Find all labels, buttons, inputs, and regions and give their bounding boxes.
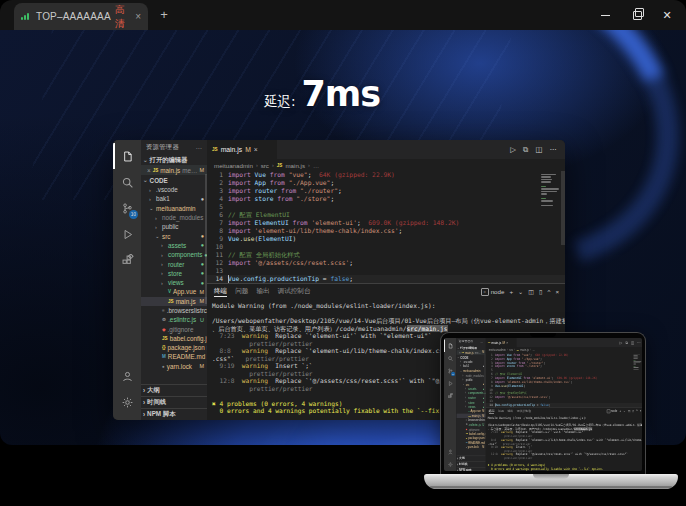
- terminal-dropdown-icon[interactable]: ⌄: [623, 409, 625, 412]
- tab-output[interactable]: 输出: [507, 409, 513, 413]
- vue-file-icon: V: [168, 289, 171, 294]
- more-actions-icon[interactable]: ⋯: [637, 340, 640, 344]
- account-icon[interactable]: [444, 445, 456, 458]
- code-line: 8import 'element-ui/lib/theme-chalk/inde…: [207, 227, 565, 235]
- tab-debug-console[interactable]: 调试控制台: [517, 409, 532, 413]
- extensions-icon[interactable]: [444, 390, 456, 403]
- kill-terminal-icon[interactable]: ▯: [633, 409, 635, 412]
- close-editor-icon[interactable]: ×: [147, 167, 151, 174]
- code-editor[interactable]: 1import Vue from "vue"; 64K (gzipped: 22…: [486, 353, 642, 407]
- search-icon[interactable]: [113, 169, 141, 195]
- settings-gear-icon[interactable]: [113, 389, 141, 415]
- maximize-panel-icon[interactable]: ^: [636, 409, 637, 412]
- run-debug-icon[interactable]: [444, 377, 456, 390]
- minimap[interactable]: [541, 174, 559, 206]
- tree-item[interactable]: JSmain.jsM: [141, 297, 207, 306]
- terminal-dropdown-icon[interactable]: ⌄: [518, 288, 523, 295]
- explorer-icon[interactable]: [444, 339, 456, 352]
- split-editor-icon[interactable]: ◫: [535, 145, 542, 154]
- open-editor-item[interactable]: × JS main.js me… M: [141, 165, 207, 175]
- new-terminal-icon[interactable]: +: [619, 409, 621, 412]
- tab-terminal[interactable]: 终端: [489, 409, 495, 414]
- tree-item[interactable]: ⌄meituanadmin: [141, 204, 207, 213]
- close-editor-icon[interactable]: ×: [459, 351, 461, 354]
- tree-item[interactable]: {}package.jsonM: [141, 343, 207, 352]
- tree-item[interactable]: ⚙.eslintrc.jsU: [141, 315, 207, 324]
- close-tab-icon[interactable]: ×: [506, 341, 508, 344]
- split-terminal-icon[interactable]: ◫: [628, 409, 631, 412]
- run-file-icon[interactable]: ▷: [510, 145, 516, 154]
- npm-scripts-section[interactable]: ›NPM 脚本: [456, 467, 485, 471]
- tree-item[interactable]: ›node_modules: [141, 213, 207, 222]
- split-terminal-icon[interactable]: ◫: [528, 288, 534, 295]
- source-control-icon[interactable]: 10: [444, 365, 456, 378]
- close-tab-icon[interactable]: ×: [254, 146, 258, 153]
- js-file-icon: JS: [468, 414, 470, 416]
- tree-item[interactable]: VApp.vueM: [141, 287, 207, 296]
- tree-item[interactable]: ›public: [141, 222, 207, 231]
- account-icon[interactable]: [113, 363, 141, 389]
- tree-item[interactable]: ›.vscode: [141, 185, 207, 194]
- lock-file-icon: ●: [466, 446, 467, 448]
- run-file-icon[interactable]: ▷: [620, 340, 623, 344]
- search-icon[interactable]: [444, 352, 456, 365]
- editor-scrollbar[interactable]: [561, 171, 565, 245]
- tree-item[interactable]: ›assets●: [141, 241, 207, 250]
- source-control-icon[interactable]: 10: [113, 195, 141, 221]
- maximize-button[interactable]: [620, 0, 654, 30]
- maximize-panel-icon[interactable]: ^: [547, 288, 550, 295]
- run-debug-icon[interactable]: [113, 221, 141, 247]
- tab-debug-console[interactable]: 调试控制台: [278, 287, 311, 296]
- tree-item[interactable]: JSbabel.config.jsM: [141, 334, 207, 343]
- split-editor-icon[interactable]: ◫: [631, 340, 634, 344]
- settings-gear-icon[interactable]: [444, 458, 456, 471]
- editor-tab-mainjs[interactable]: JS main.js M ×: [486, 338, 517, 347]
- code-editor[interactable]: 1import Vue from "vue"; 64K (gzipped: 22…: [207, 171, 565, 283]
- tree-item[interactable]: ⌄src●: [141, 231, 207, 240]
- run-code-icon[interactable]: ⧉: [523, 145, 528, 155]
- tree-item[interactable]: MREADME.mdM: [141, 352, 207, 361]
- minimap[interactable]: [633, 354, 641, 370]
- tree-item[interactable]: ●yarn.lockM: [456, 445, 485, 449]
- extensions-icon[interactable]: [113, 247, 141, 273]
- close-panel-icon[interactable]: ×: [640, 409, 642, 412]
- activity-bar: 10: [444, 338, 456, 471]
- tree-item[interactable]: ›views●: [141, 278, 207, 287]
- hd-quality-badge[interactable]: 高清: [115, 3, 128, 31]
- tree-item[interactable]: ›store●: [141, 269, 207, 278]
- tab-problems[interactable]: 问题: [498, 409, 504, 413]
- tree-item[interactable]: ›bak1●: [141, 194, 207, 203]
- breadcrumb[interactable]: meituanadmin› src› JS main.js› …: [207, 159, 565, 171]
- tree-item[interactable]: ≡.browserslistrc: [141, 306, 207, 315]
- tab-terminal[interactable]: 终端: [214, 287, 227, 297]
- kill-terminal-icon[interactable]: ▯: [539, 288, 542, 295]
- sidebar-more-icon[interactable]: ⋯: [195, 144, 202, 151]
- shell-selector[interactable]: ⌗ node: [607, 409, 618, 413]
- terminal-output[interactable]: Module Warning (from ./node_modules/esli…: [486, 415, 642, 471]
- close-button[interactable]: ✕: [650, 0, 684, 30]
- new-terminal-icon[interactable]: +: [509, 288, 513, 295]
- tree-item[interactable]: ●yarn.lockM: [141, 362, 207, 371]
- workspace-header[interactable]: ⌄CODE: [141, 175, 207, 185]
- session-tab[interactable]: TOP–AAAAAAA 高清 ×: [14, 3, 148, 30]
- editor-tab-mainjs[interactable]: JS main.js M ×: [207, 140, 277, 159]
- tree-item[interactable]: ◆.gitignore: [141, 324, 207, 333]
- run-code-icon[interactable]: ⧉: [625, 340, 627, 345]
- tab-close-icon[interactable]: ×: [135, 11, 141, 22]
- tree-item[interactable]: ›components●: [141, 250, 207, 259]
- more-actions-icon[interactable]: ⋯: [550, 145, 558, 154]
- sidebar-more-icon[interactable]: ⋯: [480, 340, 483, 343]
- explorer-icon[interactable]: [113, 143, 141, 169]
- tab-output[interactable]: 输出: [256, 287, 269, 296]
- close-panel-icon[interactable]: ×: [555, 288, 559, 295]
- shell-selector[interactable]: ⌗ node: [481, 288, 505, 296]
- minimize-button[interactable]: [588, 0, 622, 30]
- new-tab-button[interactable]: +: [156, 7, 172, 23]
- minimize-icon: [601, 15, 610, 16]
- outline-section[interactable]: ›大纲: [141, 384, 207, 396]
- tree-item[interactable]: ›router●: [141, 259, 207, 268]
- open-editors-header[interactable]: ⌄打开的编辑器: [141, 155, 207, 165]
- timeline-section[interactable]: ›时间线: [141, 396, 207, 408]
- npm-scripts-section[interactable]: ›NPM 脚本: [141, 408, 207, 420]
- tab-problems[interactable]: 问题: [235, 287, 248, 296]
